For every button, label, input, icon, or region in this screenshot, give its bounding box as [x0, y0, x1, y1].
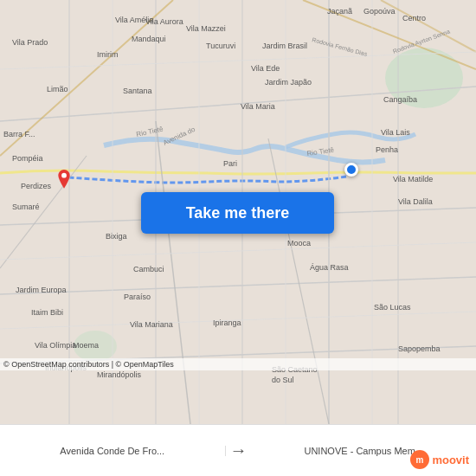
svg-text:Limão: Limão: [47, 85, 68, 93]
svg-text:Vila Lais: Vila Lais: [381, 128, 410, 137]
svg-text:Barra F...: Barra F...: [3, 130, 35, 138]
svg-text:Jardim Japão: Jardim Japão: [265, 78, 312, 87]
origin-label: Avenida Conde De Fro...: [9, 446, 216, 456]
svg-text:Paraíso: Paraíso: [124, 293, 151, 301]
svg-point-74: [61, 173, 67, 178]
svg-text:Vila Amélia: Vila Amélia: [115, 16, 153, 24]
svg-text:Penha: Penha: [376, 145, 398, 154]
svg-text:Sapopemba: Sapopemba: [398, 344, 441, 353]
svg-text:Vila Mariana: Vila Mariana: [130, 320, 173, 329]
svg-text:Itaim Bibi: Itaim Bibi: [31, 308, 63, 317]
svg-text:do Sul: do Sul: [272, 376, 294, 384]
svg-text:Imirim: Imirim: [97, 50, 119, 59]
origin-marker: [55, 170, 73, 187]
map-attribution: © OpenStreetMap contributors | © OpenMap…: [0, 358, 476, 370]
take-me-there-button[interactable]: Take me there: [141, 192, 334, 234]
svg-text:m: m: [416, 455, 424, 465]
svg-text:Jardim Brasil: Jardim Brasil: [262, 42, 307, 50]
svg-text:Água Rasa: Água Rasa: [310, 263, 349, 272]
footer: Avenida Conde De Fro... → UNINOVE - Camp…: [0, 424, 476, 476]
svg-text:Santana: Santana: [123, 87, 152, 95]
svg-text:Cambuci: Cambuci: [133, 265, 164, 273]
svg-text:Pari: Pari: [223, 159, 237, 168]
svg-text:Jardim Europa: Jardim Europa: [16, 286, 67, 294]
moovit-icon: m: [410, 450, 429, 469]
destination-marker: [344, 163, 358, 177]
svg-text:Cangaíba: Cangaíba: [383, 95, 417, 104]
svg-text:Tucuruvi: Tucuruvi: [206, 42, 235, 50]
svg-text:Vila Ede: Vila Ede: [251, 64, 280, 73]
map-container: Jaçanã Gopoúva Centro Vila Mazzei Vila A…: [0, 0, 476, 424]
svg-text:Vila Prado: Vila Prado: [12, 38, 48, 47]
svg-text:Perdizes: Perdizes: [21, 182, 52, 190]
svg-text:Vila Mazzei: Vila Mazzei: [186, 24, 226, 33]
svg-text:Vila Maria: Vila Maria: [241, 102, 275, 111]
svg-text:Jaçanã: Jaçanã: [327, 7, 352, 16]
svg-text:Vila Matilde: Vila Matilde: [393, 175, 433, 183]
footer-origin: Avenida Conde De Fro...: [0, 446, 226, 456]
footer-arrow: →: [226, 441, 252, 460]
svg-text:Moema: Moema: [73, 341, 99, 350]
svg-text:Mooca: Mooca: [287, 239, 311, 248]
svg-text:Pompéia: Pompéia: [12, 154, 43, 163]
svg-text:Ipiranga: Ipiranga: [213, 318, 241, 327]
moovit-logo: m moovit: [410, 450, 469, 469]
svg-text:Sumaré: Sumaré: [12, 203, 40, 211]
moovit-logo-text: moovit: [432, 453, 469, 466]
svg-text:Vila Dalila: Vila Dalila: [398, 197, 433, 206]
svg-text:Mirandópolis: Mirandópolis: [97, 370, 142, 379]
svg-text:São Lucas: São Lucas: [374, 303, 411, 312]
svg-text:Bixiga: Bixiga: [106, 232, 127, 241]
svg-text:Mandaqui: Mandaqui: [132, 35, 166, 43]
svg-text:Centro: Centro: [402, 14, 426, 23]
svg-text:Gopoúva: Gopoúva: [363, 7, 396, 16]
svg-text:Vila Olímpia: Vila Olímpia: [35, 341, 76, 350]
